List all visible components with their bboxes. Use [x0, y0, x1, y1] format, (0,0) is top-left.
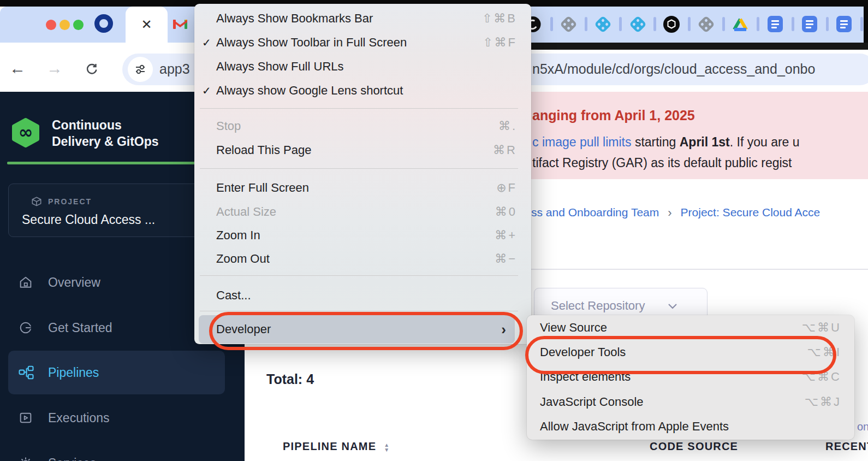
column-header-pipeline-name[interactable]: PIPELINE NAME▲▼ — [283, 440, 390, 453]
tab-separator — [653, 17, 656, 31]
menu-divider — [200, 275, 518, 276]
window-gap-shadow — [531, 43, 868, 50]
google-docs-tab-icon[interactable] — [767, 16, 783, 32]
checkmark-icon: ✓ — [194, 84, 216, 97]
sidebar-item-pipelines[interactable]: Pipelines — [0, 356, 245, 389]
executions-icon — [18, 410, 34, 425]
tab-separator — [585, 17, 587, 31]
view-menu: Always Show Bookmarks Bar ⇧⌘B ✓ Always S… — [194, 4, 531, 344]
banner-link[interactable]: c image pull limits — [532, 135, 632, 149]
tab-separator — [688, 17, 691, 31]
menu-divider — [200, 168, 518, 169]
openai-tab-icon[interactable] — [663, 16, 680, 32]
harness-blue-tab-icon[interactable] — [594, 16, 611, 32]
gmail-tab-icon[interactable] — [172, 17, 188, 31]
tab-separator — [860, 17, 863, 31]
google-docs-tab-icon[interactable] — [801, 16, 818, 32]
banner-heading: anging from April 1, 2025 — [532, 108, 695, 123]
get-started-icon — [18, 320, 34, 335]
banner-line2: tifact Registry (GAR) as its default pub… — [532, 156, 792, 170]
tab-separator — [826, 17, 829, 31]
menu-item-allow-javascript-apple-events[interactable]: Allow JavaScript from Apple Events — [527, 415, 854, 438]
reload-icon[interactable] — [81, 53, 103, 84]
active-tab[interactable]: ✕ — [126, 7, 168, 43]
google-drive-tab-icon[interactable] — [732, 16, 748, 32]
traffic-light-zoom[interactable] — [73, 20, 84, 30]
project-name: Secure Cloud Access ... — [22, 212, 155, 227]
clipped-text-fragment: on — [857, 421, 868, 433]
project-label: PROJECT — [48, 197, 92, 206]
breadcrumb-org[interactable]: ss and Onboarding Team — [531, 206, 659, 220]
module-title-line1: Continuous — [52, 117, 122, 133]
pipelines-icon — [18, 364, 34, 381]
menu-item-view-source[interactable]: View Source ⌥⌘U — [527, 316, 854, 339]
gear-icon — [18, 456, 34, 461]
column-header-recent[interactable]: RECENT — [825, 440, 868, 453]
sidebar-item-services[interactable]: Services — [0, 447, 245, 461]
banner-line1: c image pull limits starting April 1st. … — [532, 135, 800, 150]
menu-item-developer[interactable]: Developer › — [199, 315, 515, 344]
harness-gray-tab-icon[interactable] — [560, 16, 576, 32]
project-cube-icon — [31, 196, 43, 208]
menu-item-zoom-in[interactable]: Zoom In ⌘+ — [194, 224, 531, 247]
breadcrumb: ss and Onboarding Team › Project: Secure… — [531, 206, 820, 220]
menu-item-always-show-google-lens[interactable]: ✓ Always show Google Lens shortcut — [194, 79, 531, 102]
url-text-right[interactable]: n5xA/module/cd/orgs/cloud_access_and_onb… — [532, 61, 815, 77]
menu-item-inspect-elements[interactable]: Inspect elements ⌥⌘C — [527, 365, 854, 388]
menu-divider — [200, 108, 518, 109]
tab-separator — [550, 17, 553, 31]
module-title-line2: Delivery & GitOps — [52, 133, 159, 150]
submenu-arrow-icon: › — [501, 321, 506, 338]
traffic-light-minimize[interactable] — [60, 20, 70, 30]
menu-item-always-show-bookmarks-bar[interactable]: Always Show Bookmarks Bar ⇧⌘B — [194, 7, 531, 30]
menu-item-developer-tools[interactable]: Developer Tools ⌥⌘I — [527, 341, 854, 364]
checkmark-icon: ✓ — [194, 36, 216, 49]
traffic-light-close[interactable] — [46, 20, 56, 30]
google-docs-tab-icon[interactable] — [836, 16, 852, 32]
harness-cd-logo: ∞ — [11, 117, 40, 148]
menu-item-cast[interactable]: Cast... — [194, 284, 531, 307]
column-header-code-source[interactable]: CODE SOURCE — [650, 440, 738, 453]
tab-separator — [757, 17, 759, 31]
menu-item-actual-size[interactable]: Actual Size ⌘0 — [194, 200, 531, 223]
svg-text:∞: ∞ — [19, 122, 33, 143]
developer-submenu: View Source ⌥⌘U Developer Tools ⌥⌘I Insp… — [527, 315, 854, 440]
sidebar-item-executions[interactable]: Executions — [0, 401, 245, 434]
tab-separator — [722, 17, 725, 31]
home-icon — [18, 275, 34, 290]
chevron-down-icon — [668, 303, 677, 309]
menu-item-always-show-toolbar-fullscreen[interactable]: ✓ Always Show Toolbar in Full Screen ⇧⌘F — [194, 31, 531, 54]
url-text-left[interactable]: app3 — [159, 61, 190, 77]
menu-divider — [200, 311, 518, 311]
total-count: Total: 4 — [266, 371, 314, 387]
menu-item-enter-full-screen[interactable]: Enter Full Screen ⊕F — [194, 176, 531, 199]
menu-item-always-show-full-urls[interactable]: Always Show Full URLs — [194, 55, 531, 78]
forward-icon[interactable]: → — [44, 53, 66, 84]
harness-blue-tab-icon[interactable] — [629, 16, 646, 32]
tab-separator — [619, 17, 622, 31]
menu-item-reload-this-page[interactable]: Reload This Page ⌘R — [194, 139, 531, 162]
sort-icon[interactable]: ▲▼ — [384, 442, 390, 452]
site-settings-icon[interactable] — [128, 57, 153, 82]
menu-item-zoom-out[interactable]: Zoom Out ⌘− — [194, 247, 531, 270]
harness-gray-tab-icon[interactable] — [698, 16, 714, 32]
breadcrumb-project[interactable]: Project: Secure Cloud Acce — [681, 206, 821, 220]
menu-item-javascript-console[interactable]: JavaScript Console ⌥⌘J — [527, 391, 854, 413]
menu-item-stop[interactable]: Stop ⌘. — [194, 115, 531, 138]
chevron-right-icon: › — [668, 206, 671, 220]
tab-separator — [792, 17, 794, 31]
pinned-tab-ring-icon[interactable] — [94, 14, 113, 33]
tab-close-icon[interactable]: ✕ — [126, 7, 168, 43]
back-icon[interactable]: ← — [7, 53, 28, 84]
